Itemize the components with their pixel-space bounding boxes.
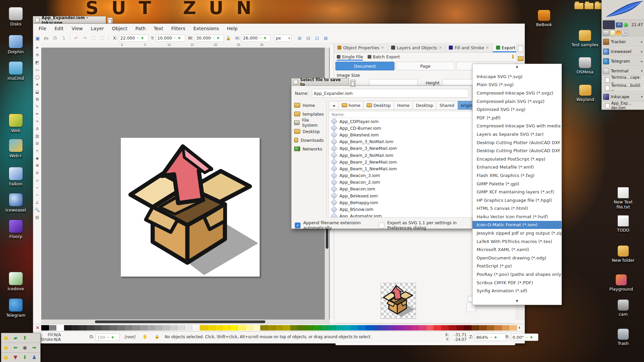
palette-swatch[interactable] — [464, 325, 472, 330]
snap-others-icon[interactable]: ⊡ — [314, 35, 320, 42]
layer-lock-icon[interactable]: 🔒 — [155, 334, 159, 339]
menu-extensions[interactable]: Extensions — [194, 26, 219, 31]
file-row[interactable]: App_Beam_2_NewMail.iom — [329, 159, 488, 165]
no-color-swatch[interactable]: ✕ — [34, 325, 41, 331]
format-menu-item[interactable]: Synfig Animation (*.sif) — [473, 287, 561, 295]
box3d-tool[interactable]: ⬓ — [34, 88, 41, 95]
format-menu-item[interactable]: Enhanced Metafile (*.emf) — [473, 163, 561, 172]
menu-path[interactable]: Path — [135, 26, 146, 31]
w-field[interactable]: 30.000− ✚ — [195, 35, 224, 42]
import-icon[interactable]: ⤵ — [60, 35, 67, 42]
palette-swatch[interactable] — [117, 325, 124, 330]
desktop-icon-floorp[interactable]: Floorp — [1, 220, 31, 239]
scope-page[interactable]: Page — [396, 62, 455, 70]
palette-swatch[interactable] — [419, 325, 426, 330]
palette-swatch[interactable] — [388, 325, 396, 330]
zoom-tool[interactable]: 🔍 — [34, 206, 41, 213]
keymap-flag-badge[interactable]: US — [616, 22, 623, 27]
format-menu-item[interactable]: HP Graphics Language file (*.hpgl) — [473, 196, 561, 204]
format-menu-item[interactable]: JessyInk zipped pdf or png output (*.zip… — [473, 229, 561, 237]
palette-swatch[interactable] — [41, 325, 49, 330]
desktop-icon-iceweasel[interactable]: Iceweasel — [1, 193, 31, 213]
place-networks[interactable]: Networks — [291, 144, 326, 153]
bulb-icon[interactable]: ● — [1, 353, 11, 362]
inkscape-window-titlebar[interactable]: App_Expander.iom - Inkscape — [33, 16, 106, 23]
deskbar-expander-icon[interactable]: ▾ — [641, 69, 643, 73]
rotation-field[interactable]: 0.00°− ✚ — [511, 334, 538, 341]
desktop-icon-trash[interactable]: Trash — [608, 328, 638, 346]
opacity-field[interactable]: 100− ✚ — [96, 334, 120, 341]
palette-swatch[interactable] — [373, 325, 381, 330]
palette-swatch[interactable] — [185, 325, 193, 330]
desktop-icon-playground[interactable]: Playground — [606, 274, 636, 292]
zoom-page-icon[interactable]: ⛶ — [99, 35, 106, 42]
format-menu-item[interactable]: GIMP XCF maintaining layers (*.xcf) — [473, 188, 561, 196]
palette-swatch[interactable] — [237, 325, 245, 330]
file-row[interactable]: App_Beacon_3.iom — [329, 172, 488, 179]
mesh-tool[interactable]: ⊞ — [34, 140, 41, 147]
file-row[interactable]: App_Beacon_2.iom — [329, 179, 488, 186]
deskbar-expander-icon[interactable]: ▸ — [641, 40, 643, 44]
snap-nodes-icon[interactable]: ⊟ — [305, 35, 312, 42]
file-row[interactable]: App_CDPlayer.iom — [329, 118, 488, 125]
canvas[interactable] — [41, 48, 330, 320]
desktop-icon-telegram[interactable]: Telegram — [1, 298, 31, 318]
palette-swatch[interactable] — [487, 325, 494, 330]
breadcrumb-desktop-3[interactable]: Desktop — [413, 101, 437, 110]
palette-swatch[interactable] — [155, 325, 162, 330]
deskbar-app-terminal[interactable]: Terminal▾ — [602, 66, 644, 76]
palette-swatch[interactable] — [351, 325, 359, 330]
snap-page-icon[interactable]: ⊠ — [322, 35, 329, 42]
palette-swatch[interactable] — [192, 325, 200, 330]
zoom-drawing-icon[interactable]: ⛶ — [90, 35, 97, 42]
ruler-horizontal[interactable]: 051015202530 — [41, 43, 330, 48]
palette-swatch[interactable] — [140, 325, 147, 330]
desktop-icon-disks[interactable]: Disks — [1, 7, 31, 26]
deskbar-window-item[interactable]: Termina…cape: -- — [602, 76, 644, 84]
file-row[interactable]: App_Automator.iom — [329, 213, 488, 218]
box-arrow-artwork[interactable] — [121, 138, 260, 277]
palette-swatch[interactable] — [494, 325, 502, 330]
shape-builder-tool[interactable]: ◩ — [34, 59, 41, 66]
desktop-icon-osmesa[interactable]: OSMesa — [570, 57, 600, 74]
palette-swatch[interactable] — [313, 325, 321, 330]
breadcrumb-desktop-1[interactable]: Desktop — [364, 101, 394, 110]
palette-swatch[interactable] — [479, 325, 487, 330]
palette-swatch[interactable] — [449, 325, 457, 330]
palette-swatch[interactable] — [381, 325, 389, 330]
measure-tool[interactable]: ∠ — [34, 199, 41, 206]
down-arrow-icon[interactable]: ⬇ — [20, 353, 30, 362]
palette-swatch[interactable] — [64, 325, 72, 330]
horizontal-scrollbar[interactable] — [41, 319, 330, 324]
palette-swatch[interactable] — [124, 325, 132, 330]
clock[interactable]: 21:47 — [631, 22, 643, 27]
format-menu-item[interactable]: Encapsulated PostScript (*.eps) — [473, 155, 561, 163]
desktop-icon-bebook[interactable]: BeBook — [529, 10, 559, 27]
format-menu-item[interactable]: Icon-O-Matic Format (*.iom) — [473, 221, 561, 229]
palette-swatch[interactable] — [472, 325, 479, 330]
place-templates[interactable]: templates — [291, 110, 326, 118]
dock-tab-layers-and-objects[interactable]: Layers and Objects✕ — [388, 43, 445, 52]
lpe-tool[interactable]: ~ — [34, 192, 41, 198]
palette-swatch[interactable] — [200, 325, 208, 330]
palette-scroll-icon[interactable]: ⬍ — [518, 326, 521, 329]
selector-tool[interactable]: ➤ — [34, 44, 41, 51]
document-properties-icon[interactable] — [518, 46, 523, 52]
format-menu-item[interactable]: Optimized SVG (*.svg) — [473, 105, 561, 114]
file-list[interactable]: Name App_CDPlayer.iomApp_CD-Burner.iomAp… — [329, 111, 489, 218]
palette-swatch[interactable] — [162, 325, 170, 330]
gradient-tool[interactable]: ▨ — [34, 133, 41, 139]
format-menu-item[interactable]: Plain SVG (*.svg) — [473, 81, 561, 89]
pen-tool[interactable]: ✒ — [34, 111, 41, 117]
file-row[interactable]: App_CD-Burner.iom — [329, 125, 488, 131]
file-row[interactable]: App_Bikeshed.iom — [329, 131, 488, 138]
deskbar-window-item[interactable]: Termina…build: -- — [602, 84, 644, 92]
left-arrow-icon[interactable]: ⬅ — [11, 343, 20, 352]
format-menu-item[interactable]: Inkscape SVG (*.svg) — [473, 72, 561, 81]
folder-dialog-icon[interactable] — [518, 56, 524, 61]
file-row[interactable]: App_Beam_3_NoMail.iom — [329, 138, 488, 145]
layer-indicator[interactable]: [root] — [124, 335, 135, 339]
person-icon[interactable]: ♟ — [30, 353, 39, 362]
palette-swatch[interactable] — [245, 325, 253, 330]
dock-tab-close-icon[interactable]: ✕ — [439, 46, 442, 50]
